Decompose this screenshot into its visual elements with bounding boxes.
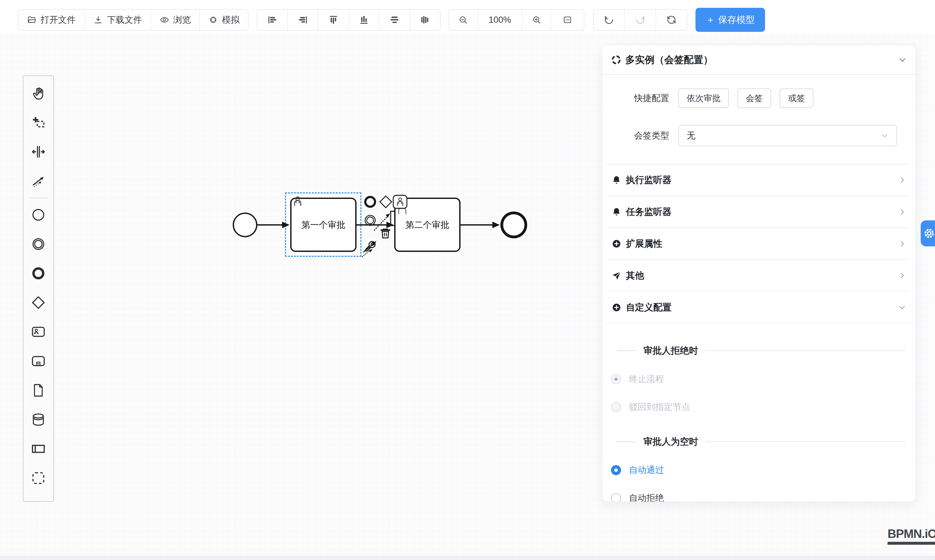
task-first-approval-label: 第一个审批 xyxy=(301,219,346,231)
bell-icon xyxy=(612,207,621,217)
simulate-button[interactable]: 模拟 xyxy=(200,10,248,30)
create-subprocess[interactable] xyxy=(25,346,52,376)
download-file-button[interactable]: 下载文件 xyxy=(85,10,151,30)
radio-icon xyxy=(611,465,621,475)
align-middle-icon xyxy=(420,15,430,25)
align-right-button[interactable] xyxy=(288,10,318,30)
radio-label: 自动拒绝 xyxy=(629,492,664,502)
panel-header[interactable]: 多实例（会签配置） xyxy=(603,46,915,75)
align-center-icon xyxy=(389,15,400,25)
quick-config-label: 快捷配置 xyxy=(603,92,669,104)
sequence-flow-3[interactable] xyxy=(460,222,500,228)
section-extension-properties[interactable]: 扩展属性 xyxy=(607,228,910,259)
task-first-approval[interactable]: 第一个审批 xyxy=(290,198,357,252)
plus-circle-icon xyxy=(612,303,621,312)
zoom-fit-button[interactable] xyxy=(551,10,584,30)
chevron-down-icon xyxy=(881,132,889,139)
zoom-out-button[interactable] xyxy=(449,10,478,30)
reset-button[interactable] xyxy=(656,10,687,30)
section-other[interactable]: 其他 xyxy=(607,259,910,291)
append-gateway-icon[interactable] xyxy=(380,196,392,208)
zoom-in-button[interactable] xyxy=(523,10,551,30)
align-bottom-button[interactable] xyxy=(349,10,380,30)
end-event[interactable] xyxy=(502,213,526,237)
connect-handle-icon[interactable] xyxy=(374,214,390,230)
align-top-button[interactable] xyxy=(318,10,349,30)
scrollbar-track[interactable] xyxy=(930,32,935,556)
sign-type-select[interactable]: 无 xyxy=(678,125,897,146)
create-start-event[interactable] xyxy=(25,200,52,229)
radio-icon xyxy=(611,402,621,412)
create-end-event[interactable] xyxy=(25,259,52,288)
radio-label: 终止流程 xyxy=(629,373,664,385)
create-intermediate-event[interactable] xyxy=(25,229,52,259)
save-model-button[interactable]: ＋ 保存模型 xyxy=(695,8,765,32)
radio-auto-pass[interactable]: 自动通过 xyxy=(611,464,915,476)
redo-button[interactable] xyxy=(625,10,656,30)
align-center-button[interactable] xyxy=(380,10,410,30)
connect-arrows-icon[interactable] xyxy=(362,241,376,257)
download-file-label: 下载文件 xyxy=(107,14,142,26)
space-tool[interactable] xyxy=(25,137,52,166)
quick-option-sequential-button[interactable]: 依次审批 xyxy=(678,88,729,108)
quick-config-row: 快捷配置 依次审批 会签 或签 xyxy=(603,88,907,108)
bottom-scrollbar[interactable] xyxy=(0,556,935,560)
radio-icon xyxy=(611,493,621,502)
chevron-right-icon xyxy=(898,176,906,184)
trash-icon[interactable] xyxy=(381,229,390,238)
radio-label: 驳回到指定节点 xyxy=(629,401,690,413)
create-gateway[interactable] xyxy=(25,288,52,317)
radio-return-to-node[interactable]: 驳回到指定节点 xyxy=(611,401,915,413)
quick-option-orsign-button[interactable]: 或签 xyxy=(780,88,814,108)
settings-tab[interactable] xyxy=(921,220,935,246)
radio-auto-reject[interactable]: 自动拒绝 xyxy=(611,492,915,502)
align-left-button[interactable] xyxy=(257,10,288,30)
open-file-button[interactable]: 打开文件 xyxy=(18,10,85,30)
create-data-object[interactable] xyxy=(25,376,52,405)
toolbar: 打开文件 下载文件 浏览 模拟 xyxy=(0,0,935,32)
wrench-icon[interactable] xyxy=(366,242,375,251)
zoom-button-group: 100% xyxy=(449,9,584,31)
append-end-event-icon[interactable] xyxy=(365,197,375,207)
properties-panel: 多实例（会签配置） 快捷配置 依次审批 会签 或签 会签类型 无 xyxy=(602,45,915,502)
redo-icon xyxy=(635,15,645,25)
align-middle-button[interactable] xyxy=(410,10,440,30)
quick-option-countersign-button[interactable]: 会签 xyxy=(737,88,771,108)
sequence-flow-1[interactable] xyxy=(257,222,289,228)
create-participant[interactable] xyxy=(25,434,52,463)
append-intermediate-event-icon[interactable] xyxy=(365,215,375,226)
global-connect-tool[interactable] xyxy=(25,166,52,195)
history-button-group xyxy=(593,9,687,31)
download-icon xyxy=(93,15,103,25)
plus-circle-icon xyxy=(612,239,621,249)
data-store-icon xyxy=(31,412,46,427)
subprocess-icon xyxy=(31,354,46,369)
start-event[interactable] xyxy=(233,213,257,237)
lasso-tool[interactable] xyxy=(25,108,52,137)
section-task-listener[interactable]: 任务监听器 xyxy=(607,195,910,228)
create-data-store[interactable] xyxy=(25,405,52,434)
bpmn-editor[interactable]: 打开文件 下载文件 浏览 模拟 xyxy=(0,0,935,560)
browse-button[interactable]: 浏览 xyxy=(151,10,200,30)
zoom-level[interactable]: 100% xyxy=(478,10,523,30)
bpmn-io-logo[interactable]: BPMN.iO xyxy=(887,527,935,545)
section-execution-listener[interactable]: 执行监听器 xyxy=(607,164,910,195)
data-object-icon xyxy=(31,383,46,398)
section-label: 执行监听器 xyxy=(626,174,894,186)
radio-terminate-process[interactable]: 终止流程 xyxy=(611,373,915,385)
create-group[interactable] xyxy=(25,463,52,493)
reject-group-title: 审批人拒绝时 xyxy=(643,345,698,357)
task-second-approval[interactable]: 第二个审批 xyxy=(394,198,460,252)
hand-tool[interactable] xyxy=(25,78,52,108)
browse-label: 浏览 xyxy=(173,14,191,26)
chevron-right-icon xyxy=(898,272,906,280)
plus-icon: ＋ xyxy=(706,14,715,26)
sign-type-row: 会签类型 无 xyxy=(603,125,907,146)
create-user-task[interactable] xyxy=(25,317,52,346)
section-custom-config[interactable]: 自定义配置 xyxy=(607,291,910,324)
align-right-icon xyxy=(298,15,308,25)
undo-button[interactable] xyxy=(594,10,625,30)
sequence-flow-2[interactable] xyxy=(357,222,394,228)
eye-icon xyxy=(160,15,169,25)
chevron-down-icon[interactable] xyxy=(898,55,907,64)
